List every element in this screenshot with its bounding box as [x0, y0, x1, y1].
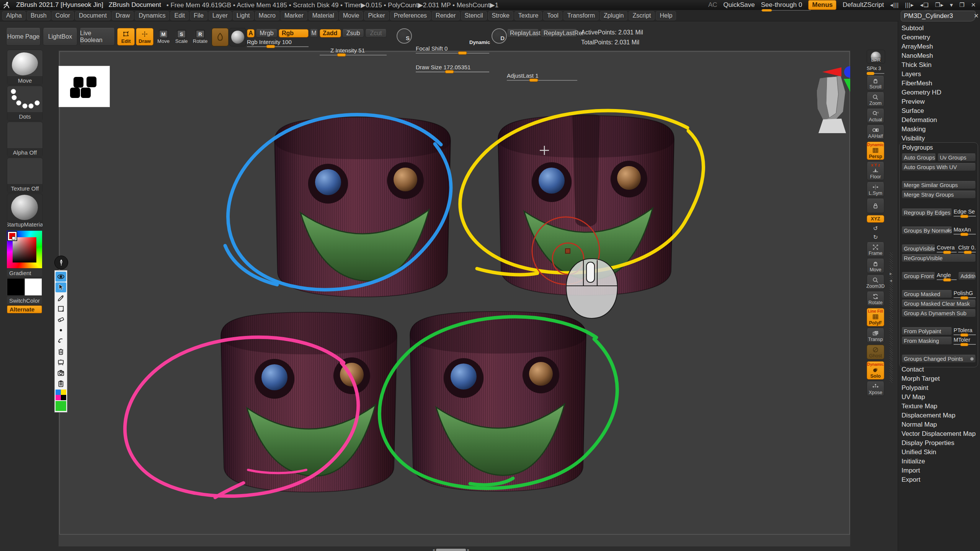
shelf-button-floor[interactable]: x Y z Floor — [867, 162, 884, 180]
menu-item-dynamics[interactable]: Dynamics — [135, 11, 169, 20]
swatch-green[interactable] — [56, 401, 66, 411]
slider-handle[interactable] — [943, 278, 951, 282]
a-toggle[interactable]: A — [247, 29, 255, 37]
tool-panel-item-morph-target[interactable]: Morph Target — [902, 374, 978, 383]
window-cycle-left-icon[interactable]: ◂❏ — [920, 2, 929, 8]
polygroups-slider-polishg[interactable]: PolishG — [954, 290, 976, 298]
tool-panel-item-fibermesh[interactable]: FiberMesh — [902, 79, 978, 88]
spix-slider[interactable]: SPix 3 — [867, 65, 884, 74]
polygroups-button-uv-groups[interactable]: Uv Groups — [938, 153, 976, 161]
right-divider-arrow-icon[interactable]: ◂ — [890, 278, 892, 283]
zadd-toggle[interactable]: Zadd — [320, 29, 341, 37]
adjust-last-slider[interactable]: AdjustLast 1 — [507, 72, 577, 81]
menu-item-document[interactable]: Document — [75, 11, 111, 20]
tool-panel-item-normal-map[interactable]: Normal Map — [902, 420, 978, 429]
adjust-last-handle[interactable] — [529, 78, 538, 82]
tool-panel-item-visibility[interactable]: Visibility — [902, 134, 978, 143]
shelf-button-solo[interactable]: Dynamic Solo — [867, 361, 884, 380]
pen-tool-button[interactable] — [54, 256, 68, 269]
tool-panel-item-surface[interactable]: Surface — [902, 106, 978, 116]
restore-button[interactable]: ❐ — [959, 2, 965, 8]
tool-panel-item-arraymesh[interactable]: ArrayMesh — [902, 42, 978, 51]
window-cycle-right-icon[interactable]: ❐▸ — [935, 2, 944, 8]
menu-item-zscript[interactable]: Zscript — [629, 11, 655, 20]
menu-item-marker[interactable]: Marker — [281, 11, 307, 20]
edit-button[interactable]: Edit — [117, 28, 135, 46]
polygroups-slider-maxan[interactable]: MaxAn — [954, 227, 976, 235]
tool-panel-item-preview[interactable]: Preview — [902, 97, 978, 106]
cylinder-bottom-right[interactable] — [410, 311, 586, 491]
polygroups-button-regroupvisible[interactable]: ReGroupVisible — [902, 254, 976, 262]
strip-tool-pencil[interactable] — [56, 293, 66, 303]
zsub-toggle[interactable]: Zsub — [342, 29, 364, 37]
menu-item-zplugin[interactable]: Zplugin — [600, 11, 627, 20]
live-boolean-button[interactable]: Live Boolean — [80, 28, 115, 46]
polygroups-button-group-masked[interactable]: Group Masked — [902, 290, 952, 298]
polygroups-button-from-masking[interactable]: From Masking — [902, 337, 952, 345]
tool-panel-item-displacement-map[interactable]: Displacement Map — [902, 411, 978, 420]
menus-button[interactable]: Menus — [808, 0, 836, 10]
menu-item-macro[interactable]: Macro — [255, 11, 279, 20]
current-material-tile[interactable] — [229, 28, 246, 46]
close-button[interactable]: ✕ — [971, 2, 976, 8]
polygroups-button-from-polypaint[interactable]: From Polypaint — [902, 327, 952, 335]
shelf-button-spin-z[interactable]: ↻ — [867, 233, 884, 240]
menu-item-edit[interactable]: Edit — [170, 11, 189, 20]
polygroups-button-merge-similar-groups[interactable]: Merge Similar Groups — [902, 181, 976, 189]
menu-item-render[interactable]: Render — [432, 11, 459, 20]
tool-panel-item-vector-displacement-map[interactable]: Vector Displacement Map — [902, 429, 978, 439]
strip-tool-easel[interactable] — [56, 357, 66, 367]
active-tool-name[interactable]: PM3D_Cylinder3 — [901, 11, 976, 21]
strip-tool-trash[interactable] — [56, 347, 66, 357]
menu-item-movie[interactable]: Movie — [339, 11, 363, 20]
ui-shrink-icon[interactable]: ◂||| — [890, 2, 899, 8]
tool-panel-item-thick-skin[interactable]: Thick Skin — [902, 60, 978, 70]
scroll-right-icon[interactable]: ▸ — [467, 548, 469, 551]
strip-tool-frame[interactable] — [56, 304, 66, 314]
tool-panel-item-deformation[interactable]: Deformation — [902, 116, 978, 125]
tool-panel-item-import[interactable]: Import — [902, 466, 978, 475]
secondary-color-swatch[interactable] — [24, 278, 42, 296]
menu-item-transform[interactable]: Transform — [564, 11, 599, 20]
swatch-yellow[interactable] — [61, 390, 66, 395]
slider-handle[interactable] — [943, 251, 951, 254]
shelf-button-ghost[interactable]: Ghost — [867, 345, 884, 359]
color-picker-sv-square[interactable] — [13, 237, 36, 262]
polygroups-button-merge-stray-groups[interactable]: Merge Stray Groups — [902, 191, 976, 199]
menu-item-alpha[interactable]: Alpha — [2, 11, 26, 20]
scroll-thumb[interactable] — [436, 549, 466, 551]
focal-shift-slider[interactable]: Focal Shift 0 — [416, 45, 489, 54]
menu-item-light[interactable]: Light — [233, 11, 254, 20]
menu-item-stroke[interactable]: Stroke — [488, 11, 513, 20]
tool-panel-item-export[interactable]: Export — [902, 475, 978, 484]
polygroups-slider-clstr-0[interactable]: Clstr 0. — [958, 245, 976, 253]
tool-panel-item-texture-map[interactable]: Texture Map — [902, 402, 978, 411]
quicksave-button[interactable]: QuickSave — [724, 1, 755, 9]
polygroups-button-groups-by-normals[interactable]: Groups By Normals — [902, 227, 952, 235]
mrgb-toggle[interactable]: Mrgb — [256, 29, 278, 37]
tool-panel-item-geometry[interactable]: Geometry — [902, 33, 978, 42]
polygroups-button-auto-groups-with-uv[interactable]: Auto Groups With UV — [902, 163, 976, 171]
minimize-button[interactable]: ▾ — [950, 2, 953, 8]
polygroups-button-groups-changed-points[interactable]: Groups Changed Points — [902, 355, 976, 363]
sidebar-tile-alpha-off[interactable]: Alpha Off — [7, 122, 43, 157]
document-canvas[interactable]: ◂ ▸ — [59, 51, 850, 546]
home-page-button[interactable]: Home Page — [6, 28, 41, 46]
polygroups-slider-angle[interactable]: Angle — [937, 272, 957, 280]
draw-button[interactable]: Draw — [136, 28, 154, 46]
z-intensity-slider[interactable]: Z Intensity 51 — [320, 47, 387, 55]
polygroups-button-regroup-by-edges[interactable]: Regroup By Edges — [902, 209, 952, 217]
menu-item-file[interactable]: File — [190, 11, 207, 20]
main-color-swatch[interactable] — [7, 278, 24, 296]
menu-item-help[interactable]: Help — [656, 11, 676, 20]
tool-panel-item-contact[interactable]: Contact — [902, 365, 978, 374]
color-quad-swatches[interactable] — [56, 390, 66, 400]
move-button[interactable]: M Move — [155, 28, 172, 46]
strip-tool-eraser[interactable] — [56, 315, 66, 324]
rotate-button[interactable]: R Rotate — [191, 28, 209, 46]
alternate-button[interactable]: Alternate — [7, 305, 42, 313]
shelf-button-xpose[interactable]: Xpose — [867, 381, 884, 396]
shelf-button-lock[interactable] — [867, 199, 884, 213]
tray-close-icon[interactable]: ✕ — [974, 12, 979, 20]
shelf-button-move[interactable]: Move — [867, 259, 884, 273]
